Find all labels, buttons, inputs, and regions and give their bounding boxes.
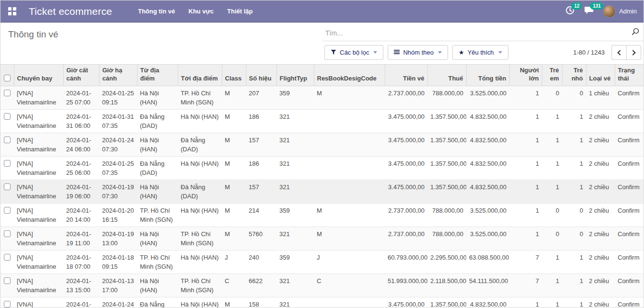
column-header-status[interactable]: Trạng thái [615, 65, 644, 86]
table-row[interactable]: [VNA] Vietnamairline2024-01-25 07:002024… [0, 86, 644, 110]
cell-to: TP. Hồ Chí Minh (SGN) [178, 86, 222, 110]
menu-thiet-lap[interactable]: Thiết lập [227, 8, 253, 15]
cell-status: Confirm [615, 157, 644, 180]
cell-infants: 1 [562, 110, 586, 133]
cell-res [314, 157, 385, 180]
messages-button[interactable]: 131 [584, 6, 594, 17]
cell-status: Confirm [615, 204, 644, 227]
cell-children: 1 [542, 274, 562, 297]
table-row[interactable]: [VNA] Vietnamairline2024-01-19 11:002024… [0, 227, 644, 251]
group-by-button[interactable]: Nhóm theo [388, 45, 448, 60]
favorites-button[interactable]: ★ Yêu thích [452, 45, 508, 60]
table-row[interactable]: [VNA] Vietnamairline2024-01-25 06:002024… [0, 157, 644, 180]
menu-thong-tin-ve[interactable]: Thông tin vé [138, 8, 175, 15]
table-row[interactable]: [VNA] Vietnamairline2024-01-24 06:002024… [0, 133, 644, 157]
cell-num: 207 [246, 86, 276, 110]
column-header-depart[interactable]: Giờ cất cánh [63, 65, 99, 86]
row-checkbox[interactable] [4, 113, 11, 120]
filters-button[interactable]: Các bộ lọc [324, 45, 383, 60]
pager-previous-button[interactable] [611, 45, 626, 60]
cell-flight: [VNA] Vietnamairline [14, 251, 63, 274]
table-row[interactable]: [VNA] Vietnamairline2024-01-18 07:002024… [0, 251, 644, 274]
cell-depart: 2024-01-13 15:00 [63, 274, 99, 297]
cell-ftype: 359 [276, 204, 314, 227]
cell-depart: 2024-01-18 07:00 [63, 251, 99, 274]
table-row[interactable]: [VNA] Vietnamairline2024-01-19 06:002024… [0, 180, 644, 204]
row-checkbox[interactable] [4, 90, 11, 96]
cell-infants: 1 [562, 157, 586, 180]
table-row[interactable]: [VNA] Vietnamairline2024-01-24 08:102024… [0, 297, 644, 308]
cell-cls: J [222, 251, 246, 274]
column-header-arrive[interactable]: Giờ hạ cánh [99, 65, 137, 86]
user-menu[interactable]: Admin [603, 5, 637, 18]
row-checkbox[interactable] [4, 254, 11, 261]
row-checkbox[interactable] [4, 137, 11, 143]
column-header-flight[interactable]: Chuyến bay [14, 65, 63, 86]
column-header-to[interactable]: Tới địa điểm [178, 65, 222, 86]
column-header-adults[interactable]: Người lớn [509, 65, 542, 86]
cell-flight: [VNA] Vietnamairline [14, 180, 63, 204]
row-checkbox[interactable] [4, 207, 11, 214]
cell-fare: 2.737.000,00 [385, 204, 427, 227]
column-header-total[interactable]: Tổng tiền [466, 65, 509, 86]
apps-grid-icon[interactable] [8, 7, 16, 15]
table-row[interactable]: [VNA] Vietnamairline2024-01-13 15:002024… [0, 274, 644, 297]
cell-depart: 2024-01-25 06:00 [63, 157, 99, 180]
row-checkbox[interactable] [4, 230, 11, 237]
column-header-res[interactable]: ResBookDesigCode [314, 65, 385, 86]
cell-res [314, 180, 385, 204]
row-checkbox[interactable] [4, 301, 11, 308]
table-row[interactable]: [VNA] Vietnamairline2024-01-31 06:002024… [0, 110, 644, 133]
app-brand[interactable]: Ticket ecommerce [29, 6, 112, 17]
column-header-children[interactable]: Trẻ em [542, 65, 562, 86]
row-select-cell [0, 180, 14, 204]
pager-next-button[interactable] [626, 45, 641, 60]
cell-infants: 1 [562, 180, 586, 204]
activities-button[interactable]: 12 [565, 6, 575, 17]
row-checkbox[interactable] [4, 277, 11, 284]
cell-infants: 1 [562, 133, 586, 157]
table-row[interactable]: [VNA] Vietnamairline2024-01-20 14:002024… [0, 204, 644, 227]
cell-from: TP. Hồ Chí Minh (SGN) [137, 204, 178, 227]
chevron-down-icon [438, 51, 442, 54]
cell-res: C [314, 274, 385, 297]
column-header-ftype[interactable]: FlightTyp [276, 65, 314, 86]
cell-tax: 2.295.500,00 [427, 251, 466, 274]
cell-depart: 2024-01-25 07:00 [63, 86, 99, 110]
cell-tax: 1.357.500,00 [427, 110, 466, 133]
menu-khu-vuc[interactable]: Khu vực [188, 8, 214, 15]
column-header-ticket[interactable]: Loại vé [586, 65, 615, 86]
cell-fare: 3.475.000,00 [385, 110, 427, 133]
column-header-tax[interactable]: Thuế [427, 65, 466, 86]
cell-num: 186 [246, 157, 276, 180]
row-checkbox[interactable] [4, 160, 11, 167]
column-header-cls[interactable]: Class [222, 65, 246, 86]
cell-num: 6622 [246, 274, 276, 297]
user-name: Admin [619, 8, 637, 15]
cell-from: Đà Nẵng (DAD) [137, 297, 178, 308]
cell-flight: [VNA] Vietnamairline [14, 110, 63, 133]
cell-status: Confirm [615, 110, 644, 133]
group-by-button-label: Nhóm theo [403, 49, 434, 56]
search-icon[interactable] [632, 28, 640, 38]
cell-status: Confirm [615, 297, 644, 308]
cell-ticket: 2 chiều [586, 204, 615, 227]
cell-arrive: 2024-01-31 07:35 [99, 110, 137, 133]
column-header-infants[interactable]: Trẻ nhỏ [562, 65, 586, 86]
select-all-checkbox[interactable] [4, 75, 11, 81]
column-header-num[interactable]: Số hiệu [246, 65, 276, 86]
search-input[interactable] [322, 27, 630, 39]
group-by-icon [394, 49, 400, 56]
cell-res: M [314, 227, 385, 251]
navbar-right: 12 131 Admin [565, 5, 637, 18]
cell-ftype: 321 [276, 227, 314, 251]
cell-ticket: 2 chiều [586, 180, 615, 204]
column-header-fare[interactable]: Tiền vé [385, 65, 427, 86]
cell-ticket: 2 chiều [586, 227, 615, 251]
cell-adults: 1 [509, 204, 542, 227]
cell-depart: 2024-01-20 14:00 [63, 204, 99, 227]
row-checkbox[interactable] [4, 183, 11, 190]
cell-from: TP. Hồ Chí Minh (SGN) [137, 251, 178, 274]
cell-ftype: 321 [276, 157, 314, 180]
column-header-from[interactable]: Từ địa điểm [137, 65, 178, 86]
